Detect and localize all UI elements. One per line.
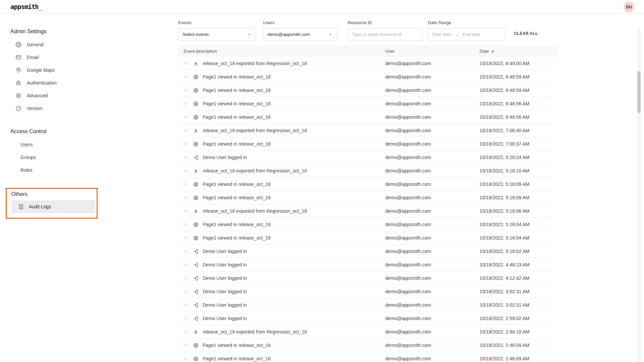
page-view-icon <box>193 195 199 201</box>
table-row[interactable]: Demo User logged indemo@appsmith.com10/1… <box>178 245 558 258</box>
map-pin-icon <box>15 67 21 73</box>
avatar[interactable]: DU <box>624 2 634 12</box>
table-row[interactable]: release_oct_18 exported from Regression_… <box>178 124 558 137</box>
chevron-right-icon[interactable] <box>184 128 188 133</box>
table-row[interactable]: Page1 viewed in release_oct_18demo@appsm… <box>178 177 558 191</box>
audit-logs-icon <box>18 204 24 210</box>
chevron-right-icon[interactable] <box>184 102 188 106</box>
chevron-right-icon[interactable] <box>184 357 188 361</box>
sidebar-item-google-maps[interactable]: Google Maps <box>10 64 94 76</box>
sidebar-item-general[interactable]: General <box>10 38 94 51</box>
event-description-cell: Demo User logged in <box>178 262 385 268</box>
column-header-date[interactable]: Date <box>480 49 558 54</box>
table-row[interactable]: Demo User logged indemo@appsmith.com10/1… <box>178 312 558 325</box>
table-row[interactable]: Page1 viewed in release_oct_18demo@appsm… <box>178 191 558 204</box>
date-range-input[interactable]: Start date → End date <box>428 28 505 41</box>
sort-descending-icon[interactable] <box>491 49 495 53</box>
chevron-right-icon[interactable] <box>184 343 188 347</box>
sidebar-section-admin-settings: Admin SettingsGeneralEmailGoogle MapsAut… <box>10 29 168 115</box>
table-row[interactable]: Page1 viewed in release_oct_18demo@appsm… <box>178 137 558 151</box>
table-row[interactable]: Page1 viewed in release_oct_18demo@appsm… <box>178 231 558 245</box>
chevron-right-icon[interactable] <box>184 330 188 334</box>
clear-all-button[interactable]: CLEAR ALL <box>514 31 538 36</box>
scrollbar-track[interactable] <box>637 28 641 362</box>
chevron-right-icon[interactable] <box>184 75 188 79</box>
table-row[interactable]: Page1 viewed in release_oct_18demo@appsm… <box>178 339 558 352</box>
chevron-right-icon[interactable] <box>184 155 188 159</box>
sidebar-item-roles[interactable]: Roles <box>10 164 94 176</box>
date-cell: 10/18/2022, 8:48:56 AM <box>480 101 558 106</box>
user-cell: demo@appsmith.com <box>385 275 480 281</box>
sidebar-item-label: Advanced <box>27 93 48 98</box>
users-select[interactable]: demo@appsmith.com <box>263 28 337 41</box>
mail-icon <box>15 54 21 60</box>
date-cell: 10/18/2022, 3:02:31 AM <box>480 289 558 294</box>
scrollbar-thumb[interactable] <box>637 71 641 113</box>
event-description-text: release_oct_18 exported from Regression_… <box>203 329 307 334</box>
download-icon <box>193 128 199 134</box>
chevron-right-icon[interactable] <box>184 303 188 307</box>
table-row[interactable]: Page1 viewed in release_oct_18demo@appsm… <box>178 84 558 97</box>
events-select[interactable]: Select events <box>178 28 256 41</box>
sidebar-item-version[interactable]: Version <box>10 102 94 115</box>
sidebar-item-label: Version <box>27 106 43 111</box>
chevron-right-icon[interactable] <box>184 142 188 146</box>
resource-id-input[interactable]: Type or paste resource id <box>348 28 423 41</box>
appsmith-logo[interactable]: appsmith_ <box>10 3 42 10</box>
table-row[interactable]: release_oct_18 exported from Regression_… <box>178 57 558 70</box>
table-row[interactable]: Demo User logged indemo@appsmith.com10/1… <box>178 151 558 164</box>
chevron-right-icon[interactable] <box>184 236 188 240</box>
table-row[interactable]: Page1 viewed in release_oct_18demo@appsm… <box>178 110 558 124</box>
sidebar-item-advanced[interactable]: Advanced <box>10 89 94 102</box>
sidebar-item-email[interactable]: Email <box>10 51 94 64</box>
chevron-right-icon[interactable] <box>184 276 188 280</box>
table-row[interactable]: Page1 viewed in release_oct_18demo@appsm… <box>178 97 558 110</box>
table-row[interactable]: release_oct_18 exported from Regression_… <box>178 325 558 339</box>
chevron-right-icon[interactable] <box>184 88 188 92</box>
date-range-filter-label: Date Range <box>428 20 505 25</box>
page-view-icon <box>193 114 199 120</box>
user-cell: demo@appsmith.com <box>385 249 480 254</box>
event-description-text: Page1 viewed in release_oct_18 <box>203 222 270 227</box>
chevron-right-icon[interactable] <box>184 316 188 320</box>
table-row[interactable]: Demo User logged indemo@appsmith.com10/1… <box>178 298 558 312</box>
chevron-right-icon[interactable] <box>184 290 188 294</box>
table-row[interactable]: Page1 viewed in release_oct_18demo@appsm… <box>178 352 558 362</box>
chevron-right-icon[interactable] <box>184 209 188 213</box>
sidebar-item-users[interactable]: Users <box>10 138 94 151</box>
date-cell: 10/18/2022, 5:18:09 AM <box>480 182 558 187</box>
sidebar-item-audit-logs[interactable]: Audit Logs <box>11 200 95 213</box>
chevron-right-icon[interactable] <box>184 263 188 267</box>
table-row[interactable]: release_oct_18 exported from Regression_… <box>178 204 558 218</box>
event-description-cell: Page1 viewed in release_oct_18 <box>178 195 385 201</box>
table-row[interactable]: Demo User logged indemo@appsmith.com10/1… <box>178 258 558 271</box>
user-cell: demo@appsmith.com <box>385 88 480 93</box>
event-description-cell: Page1 viewed in release_oct_18 <box>178 101 385 107</box>
page-view-icon <box>193 141 199 147</box>
login-icon <box>193 155 199 160</box>
chevron-right-icon[interactable] <box>184 196 188 200</box>
chevron-right-icon[interactable] <box>184 182 188 186</box>
table-row[interactable]: release_oct_18 exported from Regression_… <box>178 164 558 177</box>
sidebar-item-authentication[interactable]: Authentication <box>10 76 94 89</box>
table-row[interactable]: Demo User logged indemo@appsmith.com10/1… <box>178 271 558 285</box>
end-date-placeholder: End date <box>462 32 480 37</box>
chevron-right-icon[interactable] <box>184 61 188 65</box>
table-row[interactable]: Page1 viewed in release_oct_18demo@appsm… <box>178 218 558 231</box>
event-description-text: Demo User logged in <box>203 289 247 294</box>
event-description-cell: release_oct_18 exported from Regression_… <box>178 329 385 335</box>
user-cell: demo@appsmith.com <box>385 74 480 80</box>
chevron-right-icon[interactable] <box>184 115 188 119</box>
date-cell: 10/18/2022, 2:59:02 AM <box>480 316 558 321</box>
chevron-right-icon[interactable] <box>184 222 188 226</box>
table-row[interactable]: Demo User logged indemo@appsmith.com10/1… <box>178 285 558 298</box>
chevron-right-icon[interactable] <box>184 249 188 253</box>
chevron-right-icon[interactable] <box>184 169 188 173</box>
event-description-cell: Page1 viewed in release_oct_18 <box>178 235 385 241</box>
table-row[interactable]: Page1 viewed in release_oct_18demo@appsm… <box>178 70 558 84</box>
sidebar-item-groups[interactable]: Groups <box>10 151 94 164</box>
event-description-text: Page1 viewed in release_oct_18 <box>203 182 270 187</box>
event-description-cell: Demo User logged in <box>178 302 385 308</box>
download-icon <box>193 168 199 174</box>
date-cell: 10/18/2022, 5:18:06 AM <box>480 208 558 214</box>
